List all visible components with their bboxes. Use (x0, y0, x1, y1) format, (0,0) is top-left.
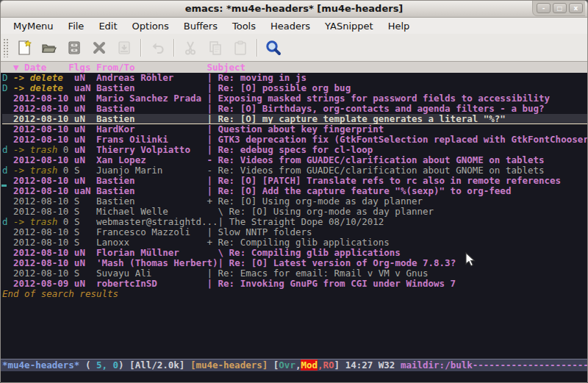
message-row[interactable]: 2012-08-10 uN Bastien | Re: [O] [PATCH] … (2, 176, 587, 186)
pad (68, 145, 74, 155)
message-row[interactable]: d -> trash 0 S webmaster@straightd...| T… (2, 217, 587, 227)
paste-button[interactable] (228, 37, 253, 59)
message-row[interactable]: 2012-08-10 uN Frans Oilinki | GTK3 depre… (2, 135, 587, 145)
thread-separator: | (207, 268, 218, 279)
message-flags: uN (74, 93, 96, 104)
menu-file[interactable]: File (61, 19, 92, 33)
menu-headers[interactable]: Headers (263, 19, 318, 33)
echo-area[interactable] (1, 371, 587, 382)
marker-label: -> delete (13, 73, 63, 83)
menu-help[interactable]: Help (381, 19, 417, 33)
minimize-button[interactable]: - (537, 3, 551, 13)
cut-button[interactable] (178, 37, 203, 59)
menu-buffers[interactable]: Buffers (176, 19, 225, 33)
toolbar (1, 34, 587, 62)
mark-char (2, 155, 13, 165)
message-from: Juanjo Marin (96, 165, 207, 176)
message-row[interactable]: 2012-08-10 uN Xan Lopez - Re: Videos fro… (2, 155, 587, 165)
mark-char: d (2, 165, 13, 176)
search-button[interactable] (261, 37, 286, 59)
menu-mymenu[interactable]: MyMenu (6, 19, 61, 33)
message-subject: Re: Emacs for email: Rmail v VM v Gnus (218, 268, 429, 279)
mode-line[interactable]: *mu4e-headers* ( 5, 0) [All/2.0k] [mu4e-… (1, 359, 587, 371)
maximize-button[interactable]: □ (553, 3, 567, 13)
copy-icon (207, 39, 224, 57)
message-row[interactable]: 2012-08-10 uN Mario Sanchez Prada | Expo… (2, 93, 587, 104)
thread-separator: | (207, 279, 218, 289)
close-button[interactable]: x (569, 3, 583, 13)
message-row[interactable]: 2012-08-10 S Francesco Mazzoli | Slow NN… (2, 227, 587, 237)
marker-extra: 0 (57, 165, 68, 176)
message-flags: uN (74, 145, 96, 155)
message-from: Bastien (96, 176, 207, 186)
message-flags: S (74, 268, 96, 279)
message-date: 2012-08-10 (13, 268, 74, 279)
save-as-button[interactable] (112, 37, 137, 59)
message-row[interactable]: 2012-08-09 uN robertcInSD | Re: Invoking… (2, 279, 587, 289)
mark-char (2, 104, 13, 114)
message-row[interactable]: 2012-08-10 uN HardKor | Question about k… (2, 124, 587, 135)
message-date: 2012-08-10 (13, 196, 74, 207)
message-from: Bastien (96, 196, 207, 207)
modeline-coord: 5, 0 (96, 359, 118, 371)
marker-label: -> delete (13, 83, 63, 93)
text-cursor (1, 185, 7, 187)
save-buffer-button[interactable] (62, 37, 87, 59)
message-row[interactable]: D -> delete uN Andreas Röhler | Re: movi… (2, 73, 587, 83)
toolbar-separator (140, 39, 141, 57)
close-buffer-button[interactable] (87, 37, 112, 59)
mark-char (2, 93, 13, 104)
message-row[interactable]: d -> trash 0 uN Thierry Volpiatto | Re: … (2, 145, 587, 155)
message-subject: Re: [O] Add the capture feature "%(sexp)… (218, 186, 512, 196)
modeline-buffer: *mu4e-headers* (2, 359, 79, 371)
message-row[interactable]: 2012-08-10 uN Bastien | Re: [O] Birthday… (2, 104, 587, 114)
copy-button[interactable] (203, 37, 228, 59)
menu-edit[interactable]: Edit (91, 19, 124, 33)
message-row[interactable]: 2012-08-10 uN Florian Müllner \ Re: Comp… (2, 248, 587, 258)
thread-separator: | (207, 73, 218, 83)
modeline-dir: maildir:/bulk (401, 359, 473, 371)
header-line: ▼ Date Flgs From/To Subject (1, 62, 587, 73)
message-date: 2012-08-10 (13, 237, 74, 248)
titlebar[interactable]: emacs: *mu4e-headers* [mu4e-headers] - □… (1, 1, 587, 18)
message-row[interactable]: d -> trash 0 S Juanjo Marin - Re: Videos… (2, 165, 587, 176)
message-date: 2012-08-10 (13, 104, 74, 114)
thread-separator: | (207, 93, 218, 104)
message-date: 2012-08-10 (13, 93, 74, 104)
mark-char (2, 207, 13, 217)
message-flags: S (74, 217, 96, 227)
message-subject: Re: Videos from GUADEC/clarification abo… (218, 165, 545, 176)
menu-yasnippet[interactable]: YASnippet (318, 19, 381, 33)
message-from: robertcInSD (96, 279, 207, 289)
message-row[interactable]: D -> delete uaN Bastien | Re: [O] possib… (2, 83, 587, 93)
menu-options[interactable]: Options (125, 19, 176, 33)
menu-tools[interactable]: Tools (225, 19, 263, 33)
toolbar-drag-handle[interactable] (3, 38, 10, 57)
message-from: 'Mash (Thomas Herbert) (96, 258, 218, 268)
modeline-ro: ,RO (318, 359, 334, 371)
modeline-mode: [mu4e-headers] (190, 359, 273, 371)
message-subject: Question about key fingerprint (218, 124, 384, 135)
thread-separator: | (207, 135, 218, 145)
message-row[interactable]: 2012-08-10 S Bastien + Re: [O] Using org… (2, 196, 587, 207)
message-subject: Exposing masked strings for password fie… (218, 93, 551, 104)
message-row[interactable]: 2012-08-10 uaN Bastien | Re: [O] Add the… (2, 186, 587, 196)
new-file-button[interactable] (12, 37, 37, 59)
message-flags: uN (74, 258, 96, 268)
mark-char (2, 196, 13, 207)
undo-button[interactable] (145, 37, 170, 59)
message-row[interactable]: 2012-08-10 S Suvayu Ali | Re: Emacs for … (2, 268, 587, 279)
message-from: Francesco Mazzoli (96, 227, 207, 237)
message-subject: Re: [O] Using org-mode as day planner (218, 196, 423, 207)
open-file-button[interactable] (37, 37, 62, 59)
marker-label: -> trash (13, 145, 57, 155)
message-row[interactable]: 2012-08-10 S Lanoxx + Re: Compiling glib… (2, 237, 587, 248)
message-flags: uN (74, 176, 96, 186)
message-row[interactable]: 2012-08-10 uN Bastien | Re: [O] my captu… (2, 114, 587, 124)
modeline-plain: ] (334, 359, 345, 371)
message-from: Michael Welle (96, 207, 207, 217)
message-row[interactable]: 2012-08-10 S Michael Welle \ Re: [O] Usi… (2, 207, 587, 217)
message-row[interactable]: 2012-08-10 uN 'Mash (Thomas Herbert)| Re… (2, 258, 587, 268)
message-flags: uN (74, 114, 96, 124)
marker-label: -> trash (13, 217, 57, 227)
